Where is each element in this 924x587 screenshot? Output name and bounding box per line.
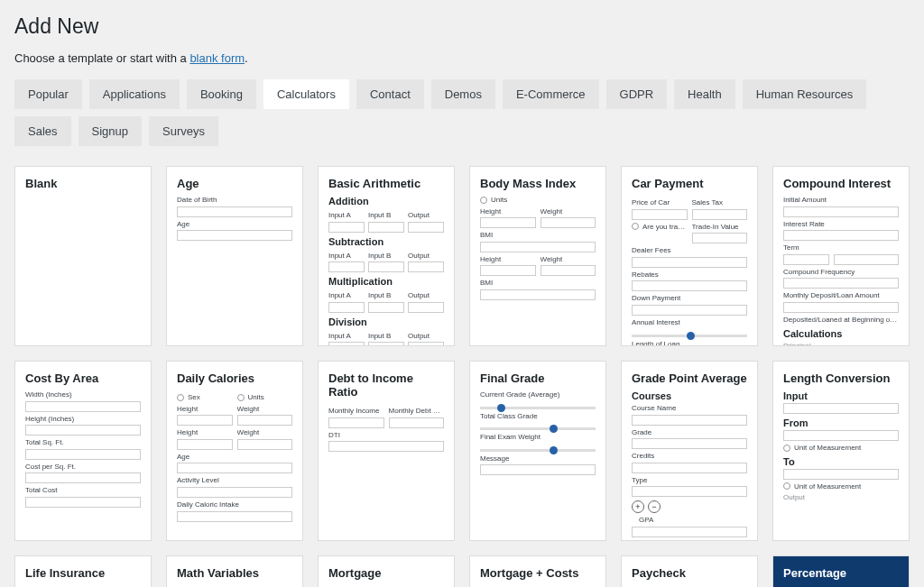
page-title: Add New (14, 14, 910, 39)
label-input-a: Input A (328, 252, 365, 261)
tab-popular[interactable]: Popular (14, 79, 82, 109)
template-percentage[interactable]: Percentage Use Template (772, 555, 910, 587)
template-paycheck[interactable]: Paycheck Weekly Hours Worked Calculation… (621, 555, 758, 587)
label-price: Price of Car (632, 198, 688, 207)
template-bmi[interactable]: Body Mass Index Units Height Weight BMI … (469, 166, 606, 346)
preview-input (692, 209, 748, 220)
card-title: Basic Arithmetic (328, 177, 444, 190)
section-calc: Calculations (783, 328, 899, 339)
tab-demos[interactable]: Demos (431, 79, 495, 109)
card-title: Paycheck (632, 566, 747, 580)
template-car-payment[interactable]: Car Payment Price of Car Sales Tax Are y… (621, 166, 758, 346)
label-age: Age (177, 220, 292, 229)
label-input-a: Input A (328, 211, 365, 220)
template-gpa[interactable]: Grade Point Average Courses Course Name … (621, 361, 758, 541)
tab-health[interactable]: Health (674, 79, 735, 109)
preview-input (328, 302, 365, 313)
preview-input (328, 441, 444, 452)
tab-gdpr[interactable]: GDPR (606, 79, 668, 109)
radio-icon (783, 445, 790, 452)
radio-icon (480, 197, 487, 204)
label-width: Width (Inches) (25, 390, 141, 399)
tab-calculators[interactable]: Calculators (263, 79, 349, 109)
template-cost-by-area[interactable]: Cost By Area Width (Inches) Height (Inch… (14, 361, 152, 541)
label-income: Monthly Income (328, 407, 384, 416)
label-unit: Unit of Measurement (783, 482, 899, 491)
card-title: Debt to Income Ratio (328, 371, 444, 399)
label-principal: Principal (783, 342, 899, 346)
label-dti: DTI (328, 431, 444, 440)
label-output: Output (408, 252, 444, 261)
label-input-a: Input A (328, 291, 365, 300)
template-age[interactable]: Age Date of Birth Age (166, 166, 303, 346)
template-math-variables[interactable]: Math Variables Absolute Input Output Bas… (166, 555, 303, 587)
section-from: From (783, 417, 899, 428)
card-title: Compound Interest (783, 177, 899, 190)
tab-human-resources[interactable]: Human Resources (743, 79, 867, 109)
tab-applications[interactable]: Applications (89, 79, 180, 109)
preview-input (480, 242, 596, 252)
label-height: Height (Inches) (25, 415, 141, 424)
preview-input (632, 209, 688, 220)
card-title: Blank (25, 177, 141, 190)
label-total-credits: Total Credits (632, 540, 747, 541)
blank-form-link[interactable]: blank form (189, 51, 245, 65)
template-daily-calories[interactable]: Daily Calories Sex Units Height Weight H… (166, 361, 303, 541)
label-output: Output (408, 291, 444, 300)
preview-input (692, 233, 748, 243)
preview-input (389, 417, 445, 428)
tab-booking[interactable]: Booking (187, 79, 256, 109)
label-monthly: Monthly Deposit/Loan Amount (783, 291, 899, 300)
template-basic-arithmetic[interactable]: Basic Arithmetic Addition Input A Input … (318, 166, 455, 346)
tab-e-commerce[interactable]: E-Commerce (503, 79, 599, 109)
label-total: Total Cost (25, 486, 141, 495)
template-mortgage-costs[interactable]: Mortgage + Costs Home Value Loan Amount … (469, 555, 606, 587)
tab-sales[interactable]: Sales (14, 116, 71, 146)
label-rate: Interest Rate (783, 220, 899, 229)
label-down: Down Payment (632, 294, 747, 303)
template-final-grade[interactable]: Final Grade Current Grade (Average) Tota… (469, 361, 606, 541)
template-mortgage[interactable]: Mortgage Mortgage Amount Interest Rate M… (318, 555, 455, 587)
card-title: Mortgage (328, 566, 444, 580)
preview-input (368, 222, 404, 233)
label-exam: Final Exam Weight (480, 433, 596, 442)
intro-text: Choose a template or start with a blank … (14, 51, 910, 65)
label-dealer: Dealer Fees (632, 246, 747, 255)
card-title: Grade Point Average (632, 371, 747, 385)
label-credits: Credits (632, 452, 747, 461)
template-blank[interactable]: Blank (14, 166, 152, 346)
preview-input (237, 439, 293, 450)
template-compound-interest[interactable]: Compound Interest Initial Amount Interes… (772, 166, 910, 346)
preview-input (177, 439, 233, 450)
plus-icon: + (632, 500, 644, 513)
template-debt-to-income[interactable]: Debt to Income Ratio Monthly Income Mont… (318, 361, 455, 541)
card-title: Age (177, 177, 292, 190)
preview-input (25, 401, 141, 412)
card-title: Percentage (783, 566, 899, 580)
preview-input (632, 486, 747, 497)
template-tabs: PopularApplicationsBookingCalculatorsCon… (14, 79, 910, 146)
preview-input (783, 430, 899, 441)
preview-input (480, 464, 596, 475)
label-input-b: Input B (368, 211, 404, 220)
template-life-insurance[interactable]: Life Insurance Annual income needed How … (14, 555, 152, 587)
preview-input (25, 472, 141, 483)
template-length-conversion[interactable]: Length Conversion Input From Unit of Mea… (772, 361, 910, 541)
preview-input (480, 217, 536, 228)
label-current: Current Grade (Average) (480, 390, 596, 399)
preview-input (632, 415, 747, 426)
card-title: Math Variables (177, 566, 292, 580)
label-units: Units (237, 393, 293, 402)
label-length: Length of Loan (632, 340, 747, 346)
preview-slider (632, 335, 747, 337)
tab-surveys[interactable]: Surveys (149, 116, 218, 146)
tab-signup[interactable]: Signup (79, 116, 142, 146)
preview-input (177, 463, 292, 473)
preview-input (25, 497, 141, 508)
label-deposited: Deposited/Loaned at Beginning or End of … (783, 316, 899, 325)
tab-contact[interactable]: Contact (356, 79, 424, 109)
label-units: Units (480, 196, 596, 205)
label-msg: Message (480, 454, 596, 463)
preview-input (328, 417, 384, 428)
card-title: Car Payment (632, 177, 747, 190)
